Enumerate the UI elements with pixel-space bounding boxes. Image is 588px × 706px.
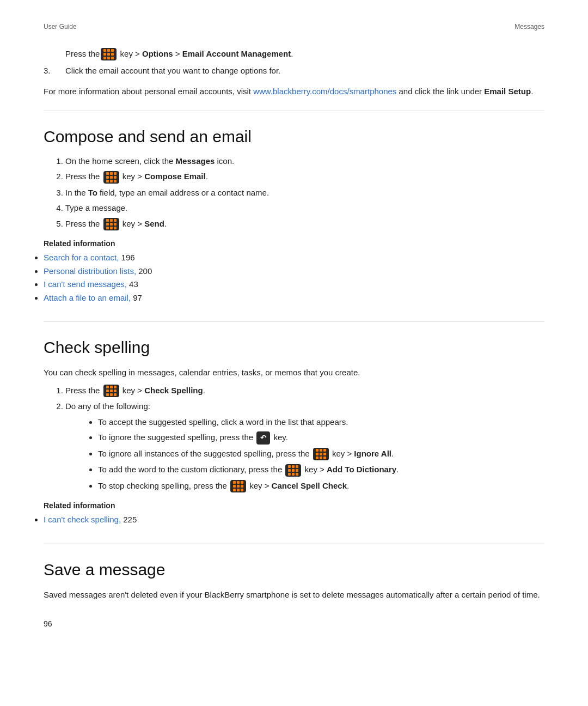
compose-step-4: Type a message. [65, 202, 544, 215]
more-info-paragraph: For more information about personal emai… [44, 85, 544, 98]
compose-step-2: Press the key > Compose Email. [65, 171, 544, 184]
section-divider-1 [44, 111, 544, 111]
spell-bullet-1: To accept the suggested spelling, click … [98, 416, 544, 429]
related-link-cant-check: I can't check spelling, 225 [44, 514, 544, 526]
spell-intro: You can check spelling in messages, cale… [44, 366, 544, 379]
spell-related-list: I can't check spelling, 225 [44, 514, 544, 526]
bb-menu-key-icon-4 [103, 385, 119, 397]
spell-bullet-5: To stop checking spelling, press the key… [98, 480, 544, 493]
header-right: Messages [514, 22, 544, 32]
section-divider-3 [44, 544, 544, 544]
bb-menu-key-icon-5 [313, 448, 329, 460]
related-link-search-contact: Search for a contact, 196 [44, 252, 544, 264]
save-intro: Saved messages aren't deleted even if yo… [44, 588, 544, 601]
spell-steps-list: Press the key > Check Spelling. Do any o… [65, 385, 544, 493]
compose-title: Compose and send an email [44, 124, 544, 149]
spell-related-label: Related information [44, 500, 544, 512]
spell-step-1: Press the key > Check Spelling. [65, 385, 544, 398]
related-link-cant-send: I can't send messages, 43 [44, 278, 544, 291]
compose-step-3: In the To field, type an email address o… [65, 187, 544, 199]
bb-menu-key-icon-3 [103, 218, 119, 230]
compose-related-label: Related information [44, 238, 544, 249]
bb-menu-key-icon [101, 48, 117, 60]
related-link-attach: Attach a file to an email, 97 [44, 292, 544, 305]
compose-section: Compose and send an email On the home sc… [44, 124, 544, 305]
compose-step-5: Press the key > Send. [65, 218, 544, 231]
compose-steps-list: On the home screen, click the Messages i… [65, 155, 544, 231]
spell-bullet-2: To ignore the suggested spelling, press … [98, 431, 544, 445]
spell-bullet-4: To add the word to the custom dictionary… [98, 464, 544, 477]
compose-related-list: Search for a contact, 196 Personal distr… [44, 252, 544, 304]
spell-bullets-list: To accept the suggested spelling, click … [98, 416, 544, 493]
spell-title: Check spelling [44, 335, 544, 360]
compose-step-1: On the home screen, click the Messages i… [65, 155, 544, 168]
bb-menu-key-icon-7 [230, 480, 246, 492]
bb-back-key-icon: ↶ [256, 431, 270, 445]
bb-menu-key-icon-6 [285, 464, 301, 477]
section-divider-2 [44, 321, 544, 322]
page-number: 96 [44, 618, 544, 630]
blackberry-link[interactable]: www.blackberry.com/docs/smartphones [253, 87, 396, 96]
save-title: Save a message [44, 557, 544, 582]
related-link-distribution: Personal distribution lists, 200 [44, 265, 544, 278]
header-left: User Guide [44, 22, 77, 32]
bb-menu-key-icon-2 [103, 171, 119, 184]
intro-step-3: 3. Click the email account that you want… [44, 65, 544, 77]
spell-step-2: Do any of the following: To accept the s… [65, 400, 544, 492]
spell-section: Check spelling You can check spelling in… [44, 335, 544, 526]
spell-bullet-3: To ignore all instances of the suggested… [98, 448, 544, 461]
intro-block: Press the key > Options > Email Account … [44, 48, 544, 98]
save-section: Save a message Saved messages aren't del… [44, 557, 544, 601]
page-header: User Guide Messages [44, 22, 544, 32]
intro-key-line: Press the key > Options > Email Account … [65, 48, 544, 60]
